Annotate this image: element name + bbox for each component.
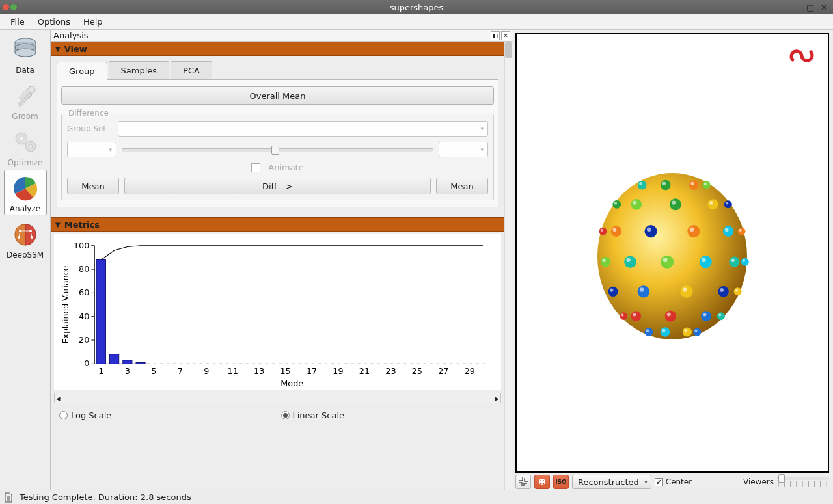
svg-point-84: [718, 313, 721, 316]
svg-text:Mode: Mode: [280, 378, 303, 388]
svg-point-118: [703, 312, 707, 316]
dock-float-button[interactable]: ◧: [491, 31, 500, 40]
svg-point-102: [639, 182, 642, 185]
svg-point-110: [610, 288, 613, 291]
svg-rect-30: [123, 360, 132, 364]
section-title: Metrics: [64, 220, 100, 230]
svg-point-121: [707, 199, 718, 209]
log-scale-radio[interactable]: [59, 411, 68, 419]
svg-text:20: 20: [79, 335, 89, 345]
sidebar-item-optimize[interactable]: Optimize: [4, 124, 47, 169]
svg-point-120: [731, 258, 735, 262]
svg-point-137: [624, 256, 636, 268]
tab-samples[interactable]: Samples: [109, 61, 170, 79]
svg-text:29: 29: [465, 366, 475, 376]
dock-close-button[interactable]: ✕: [501, 31, 510, 40]
chart-hscroll[interactable]: ◂▸: [54, 393, 501, 403]
sidebar-item-analyze[interactable]: Analyze: [4, 170, 47, 215]
sidebar-item-data[interactable]: Data: [4, 31, 47, 77]
svg-text:3: 3: [125, 366, 130, 376]
svg-text:40: 40: [79, 312, 89, 321]
collapse-triangle-icon: ▼: [55, 221, 61, 228]
sidebar-item-label: Analyze: [10, 204, 40, 213]
maximize-icon[interactable]: ▢: [806, 3, 814, 12]
svg-point-141: [700, 256, 712, 268]
svg-point-97: [612, 200, 621, 208]
section-header-metrics[interactable]: ▼ Metrics: [51, 217, 504, 232]
svg-point-130: [633, 200, 636, 204]
viewers-label: Viewers: [743, 477, 774, 486]
center-checkbox[interactable]: ✔: [655, 478, 663, 486]
svg-point-108: [690, 181, 694, 185]
iso-button[interactable]: ISO: [553, 475, 569, 489]
window-traffic-lights: [0, 4, 17, 10]
app-logo-icon: [786, 43, 817, 64]
svg-point-111: [601, 257, 610, 267]
svg-point-125: [611, 226, 621, 236]
svg-text:23: 23: [385, 366, 396, 376]
svg-point-107: [689, 180, 699, 190]
viewer-canvas[interactable]: [515, 33, 829, 473]
svg-point-132: [667, 312, 671, 316]
svg-point-88: [743, 259, 745, 261]
diff-button[interactable]: Diff -->: [124, 178, 431, 194]
menu-options[interactable]: Options: [31, 15, 77, 29]
menu-file[interactable]: File: [4, 15, 31, 29]
minimize-icon[interactable]: —: [791, 3, 800, 12]
svg-point-127: [718, 286, 728, 297]
svg-point-139: [681, 285, 693, 297]
sidebar-item-deepssm[interactable]: DeepSSM: [4, 216, 47, 261]
close-icon[interactable]: ✕: [821, 3, 828, 12]
close-dot-icon[interactable]: [3, 4, 9, 10]
view-mode-dropdown[interactable]: Reconstructed: [572, 475, 651, 489]
svg-point-2: [15, 49, 36, 57]
sidebar-item-groom[interactable]: Groom: [4, 77, 47, 123]
group-set-label: Group Set: [67, 124, 113, 133]
tab-group[interactable]: Group: [57, 62, 107, 80]
window-titlebar: supershapes — ▢ ✕: [0, 0, 833, 14]
mean-left-button[interactable]: Mean: [67, 178, 119, 194]
panel-scrollbar[interactable]: [504, 42, 513, 490]
pie-chart-icon: [10, 173, 41, 204]
zoom-dot-icon[interactable]: [10, 4, 17, 10]
svg-text:19: 19: [333, 366, 343, 376]
svg-point-151: [543, 480, 544, 481]
svg-point-112: [602, 258, 605, 261]
window-title: supershapes: [0, 3, 833, 12]
svg-point-145: [644, 225, 657, 237]
linear-scale-radio[interactable]: [281, 411, 290, 419]
render-mode-button[interactable]: [534, 475, 550, 489]
gears-icon: [10, 127, 41, 158]
svg-point-124: [725, 228, 729, 232]
diff-slider[interactable]: [122, 148, 433, 152]
svg-point-90: [739, 228, 742, 231]
tab-pca[interactable]: PCA: [171, 61, 212, 79]
dock-title: Analysis: [53, 31, 89, 40]
svg-point-92: [726, 202, 728, 204]
svg-text:7: 7: [178, 366, 183, 376]
svg-text:5: 5: [151, 366, 156, 376]
collapse-triangle-icon: ▼: [55, 46, 61, 53]
svg-rect-28: [110, 354, 119, 364]
svg-point-119: [729, 256, 739, 267]
svg-point-126: [612, 228, 616, 232]
svg-point-115: [661, 179, 671, 190]
overall-mean-button[interactable]: Overall Mean: [61, 86, 494, 105]
svg-point-93: [703, 181, 711, 189]
diff-left-combo[interactable]: ▾: [67, 142, 116, 157]
section-header-view[interactable]: ▼ View: [51, 42, 504, 56]
collapse-all-button[interactable]: [515, 475, 531, 489]
svg-text:1: 1: [98, 366, 103, 376]
group-set-combo[interactable]: ▾: [118, 121, 488, 137]
menu-help[interactable]: Help: [77, 15, 109, 29]
svg-point-128: [720, 287, 724, 291]
mean-right-button[interactable]: Mean: [436, 178, 488, 194]
diff-right-combo[interactable]: ▾: [439, 142, 488, 157]
viewers-slider[interactable]: [777, 477, 829, 480]
svg-text:25: 25: [412, 366, 422, 376]
svg-point-134: [672, 200, 676, 204]
svg-point-94: [704, 182, 707, 185]
svg-point-123: [723, 226, 733, 236]
animate-checkbox[interactable]: [251, 163, 260, 172]
svg-text:9: 9: [204, 366, 209, 376]
